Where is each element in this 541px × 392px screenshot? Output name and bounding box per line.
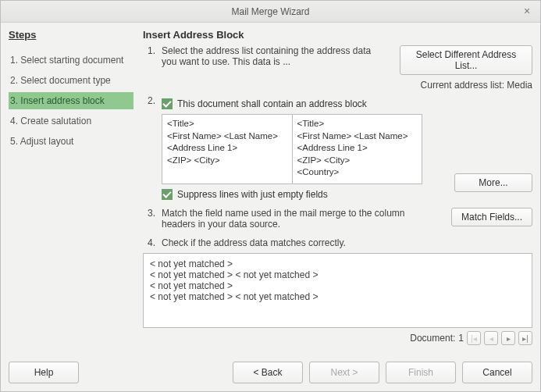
step4-text: Check if the address data matches correc… xyxy=(162,237,532,248)
address-block-templates[interactable]: <Title> <First Name> <Last Name> <Addres… xyxy=(162,114,422,184)
steps-sidebar: Steps 1. Select starting document 2. Sel… xyxy=(9,29,133,355)
suppress-empty-lines-label: Suppress lines with just empty fields xyxy=(177,189,328,200)
address-preview-box: < not yet matched > < not yet matched > … xyxy=(143,253,532,328)
doc-prev-icon[interactable]: ◂ xyxy=(484,331,498,345)
contain-address-block-checkbox[interactable] xyxy=(162,98,173,109)
steps-header: Steps xyxy=(9,29,133,41)
step-adjust-layout[interactable]: 5. Adjust layout xyxy=(9,133,133,150)
help-button[interactable]: Help xyxy=(9,362,79,383)
document-navigation: Document: 1 |◂ ◂ ▸ ▸| xyxy=(143,331,532,345)
address-template-2[interactable]: <Title> <First Name> <Last Name> <Addres… xyxy=(293,115,422,184)
step1-text: Select the address list containing the a… xyxy=(162,45,386,91)
step4-number: 4. xyxy=(143,237,155,248)
select-address-list-button[interactable]: Select Different Address List... xyxy=(400,45,532,75)
cancel-button[interactable]: Cancel xyxy=(462,362,532,383)
current-address-list-label: Current address list: Media xyxy=(421,80,532,91)
doc-next-icon[interactable]: ▸ xyxy=(501,331,515,345)
mail-merge-wizard-window: Mail Merge Wizard × Steps 1. Select star… xyxy=(0,0,541,392)
back-button[interactable]: < Back xyxy=(233,362,303,383)
step2-number: 2. xyxy=(143,95,155,114)
step-select-starting-document[interactable]: 1. Select starting document xyxy=(9,52,133,69)
step-insert-address-block[interactable]: 3. Insert address block xyxy=(9,92,133,109)
suppress-empty-lines-checkbox[interactable] xyxy=(162,189,173,200)
section-header: Insert Address Block xyxy=(143,29,532,41)
doc-first-icon[interactable]: |◂ xyxy=(467,331,481,345)
document-label: Document: xyxy=(410,333,455,344)
finish-button[interactable]: Finish xyxy=(386,362,456,383)
wizard-footer: Help < Back Next > Finish Cancel xyxy=(1,355,540,391)
step1-number: 1. xyxy=(143,45,155,91)
next-button[interactable]: Next > xyxy=(309,362,379,383)
close-icon[interactable]: × xyxy=(520,4,534,18)
document-value: 1 xyxy=(458,333,464,344)
window-title: Mail Merge Wizard xyxy=(231,6,309,17)
step3-number: 3. xyxy=(143,208,155,230)
match-fields-button[interactable]: Match Fields... xyxy=(451,208,532,226)
step-create-salutation[interactable]: 4. Create salutation xyxy=(9,112,133,130)
step-select-document-type[interactable]: 2. Select document type xyxy=(9,72,133,89)
step2-section: 2. This document shall contain an addres… xyxy=(143,95,532,205)
more-button[interactable]: More... xyxy=(454,173,532,192)
address-template-1[interactable]: <Title> <First Name> <Last Name> <Addres… xyxy=(162,115,293,184)
main-panel: Insert Address Block 1. Select the addre… xyxy=(143,29,532,355)
contain-address-block-label: This document shall contain an address b… xyxy=(177,98,367,109)
titlebar: Mail Merge Wizard × xyxy=(1,1,540,23)
doc-last-icon[interactable]: ▸| xyxy=(518,331,532,345)
